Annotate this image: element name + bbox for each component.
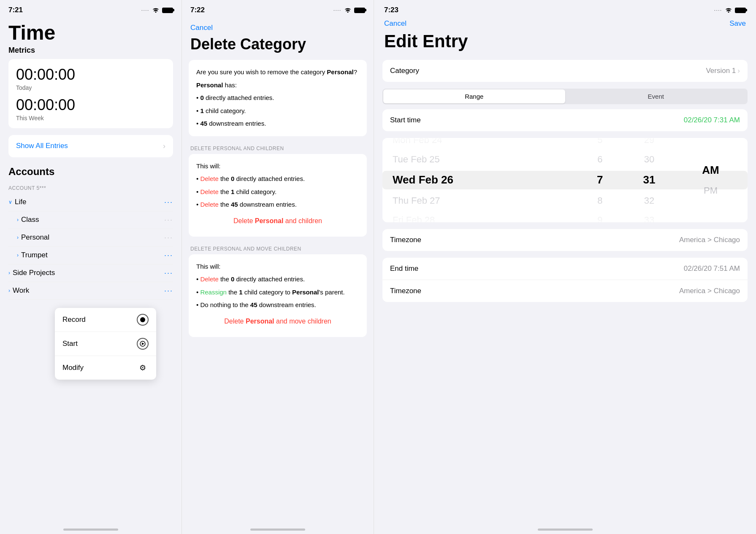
account-personal[interactable]: › Personal ··· xyxy=(8,229,173,247)
account-name-side: Side Projects xyxy=(13,269,164,277)
menu-modify-label: Modify xyxy=(62,364,84,372)
svg-point-0 xyxy=(140,317,145,322)
signal-icon-2: ···· xyxy=(333,8,341,13)
picker-ampm-1: PM xyxy=(674,181,748,200)
home-indicator-1 xyxy=(63,529,118,531)
account-name-work: Work xyxy=(13,286,164,295)
timezone2-row[interactable]: Timezone America > Chicago xyxy=(382,280,748,302)
confirmation-card: Are you sure you wish to remove the cate… xyxy=(189,60,367,136)
account-dots-trumpet[interactable]: ··· xyxy=(164,251,173,260)
segment-range[interactable]: Range xyxy=(383,89,565,103)
category-label: Category xyxy=(390,67,419,75)
account-work[interactable]: › Work ··· xyxy=(8,282,173,300)
expand-icon-work: › xyxy=(8,288,10,294)
end-time-card: End time 02/26/20 7:51 AM Timezone Ameri… xyxy=(382,258,748,302)
picker-ampm-0: AM xyxy=(674,159,748,181)
start-time-row[interactable]: Start time 02/26/20 7:31 AM xyxy=(382,109,748,131)
category-card: Category Version 1 › xyxy=(382,60,748,82)
status-bar-2: 7:22 ···· xyxy=(182,0,374,18)
has-entries-text: Personal has: xyxy=(196,81,359,90)
timezone-card: Timezone America > Chicago xyxy=(382,229,748,251)
timezone-value: America > Chicago xyxy=(679,236,740,244)
picker-min-4: 32 xyxy=(625,191,674,210)
expand-icon-trumpet: › xyxy=(17,252,19,258)
battery-icon-2 xyxy=(354,8,365,13)
picker-date-4: Thu Feb 27 xyxy=(391,191,575,210)
account-trumpet[interactable]: › Trumpet ··· xyxy=(8,247,173,264)
signal-icon-3: ···· xyxy=(714,8,722,13)
menu-start-label: Start xyxy=(62,340,78,348)
signal-icon: ···· xyxy=(141,8,149,13)
metrics-section-title: Metrics xyxy=(8,46,173,55)
account-name-life: Life xyxy=(15,198,164,206)
date-time-picker[interactable]: Sun Feb 23 Mon Feb 24 Tue Feb 25 Wed Feb… xyxy=(382,138,748,222)
menu-modify[interactable]: Modify ⚙ xyxy=(55,356,156,380)
picker-ampm-col: AM PM xyxy=(674,138,748,222)
move-children-card: This will: • Delete the 0 directly attac… xyxy=(189,254,367,337)
account-section-header: ACCOUNT 5*** xyxy=(8,182,173,194)
wifi-icon-3 xyxy=(725,7,732,14)
category-row[interactable]: Category Version 1 › xyxy=(382,60,748,82)
confirm-bold: Personal xyxy=(327,68,353,76)
nav-bar-2: Cancel xyxy=(182,18,374,35)
picker-date-2: Tue Feb 25 xyxy=(391,150,575,169)
edit-entry-title: Edit Entry xyxy=(374,31,756,51)
status-time-3: 7:23 xyxy=(384,6,398,14)
this-will-1: This will: xyxy=(196,162,359,171)
timezone-row[interactable]: Timezone America > Chicago xyxy=(382,229,748,251)
expand-icon-side: › xyxy=(8,270,10,276)
segment-event[interactable]: Event xyxy=(565,89,747,103)
account-dots-side[interactable]: ··· xyxy=(164,269,173,278)
picker-date-3: Wed Feb 26 xyxy=(391,169,575,191)
account-dots-work[interactable]: ··· xyxy=(164,286,173,295)
delete-children-button[interactable]: Delete Personal and children xyxy=(196,213,359,229)
picker-columns: Sun Feb 23 Mon Feb 24 Tue Feb 25 Wed Feb… xyxy=(382,138,748,222)
accounts-title: Accounts xyxy=(8,166,173,178)
status-icons-2: ···· xyxy=(333,7,365,14)
account-dots-personal[interactable]: ··· xyxy=(164,233,173,242)
menu-record[interactable]: Record xyxy=(55,308,156,332)
menu-start[interactable]: Start xyxy=(55,332,156,356)
account-side-projects[interactable]: › Side Projects ··· xyxy=(8,264,173,282)
account-class[interactable]: › Class ··· xyxy=(8,211,173,229)
account-dots-class[interactable]: ··· xyxy=(164,216,173,224)
picker-hour-5: 9 xyxy=(575,210,625,222)
gear-icon: ⚙ xyxy=(137,362,149,374)
home-indicator-3 xyxy=(538,529,593,531)
account-dots-life[interactable]: ··· xyxy=(164,198,173,207)
status-bar-3: 7:23 ···· xyxy=(374,0,756,18)
has-child: • 1 child category. xyxy=(196,106,359,116)
end-time-label: End time xyxy=(390,264,418,273)
range-event-segment[interactable]: Range Event xyxy=(382,89,748,104)
today-value: 00:00:00 xyxy=(16,66,165,84)
floating-menu: Record Start Modify ⚙ xyxy=(55,308,156,380)
cancel-button-2[interactable]: Cancel xyxy=(190,24,213,32)
timezone-label: Timezone xyxy=(390,236,421,244)
save-button-3[interactable]: Save xyxy=(729,19,746,28)
picker-date-5: Fri Feb 28 xyxy=(391,210,575,222)
delete-children-card: This will: • Delete the 0 directly attac… xyxy=(189,154,367,237)
account-name-personal: Personal xyxy=(21,233,164,242)
end-time-row[interactable]: End time 02/26/20 7:51 AM xyxy=(382,258,748,280)
account-name-trumpet: Trumpet xyxy=(21,251,164,259)
has-downstream: • 45 downstream entries. xyxy=(196,119,359,129)
today-label: Today xyxy=(16,84,165,91)
svg-marker-2 xyxy=(142,343,144,345)
category-value: Version 1 › xyxy=(706,67,740,75)
metrics-card: 00:00:00 Today 00:00:00 This Week xyxy=(8,59,173,128)
start-time-value: 02/26/20 7:31 AM xyxy=(684,116,740,124)
reassign-child: • Reassign the 1 child category to Perso… xyxy=(196,288,359,297)
picker-min-2: 30 xyxy=(625,150,674,169)
account-life[interactable]: ∨ Life ··· xyxy=(8,194,173,211)
show-entries-label: Show All Entries xyxy=(16,142,68,150)
cancel-button-3[interactable]: Cancel xyxy=(384,19,406,28)
delete-direct-2: • Delete the 0 directly attached entries… xyxy=(196,275,359,284)
status-time-1: 7:21 xyxy=(8,6,23,14)
start-time-card: Start time 02/26/20 7:31 AM xyxy=(382,109,748,131)
delete-move-button[interactable]: Delete Personal and move children xyxy=(196,313,359,329)
picker-min-5: 33 xyxy=(625,210,674,222)
panel-edit-entry: 7:23 ···· Cancel Save Edit Entry Categor… xyxy=(374,0,756,534)
status-bar-1: 7:21 ···· xyxy=(0,0,182,18)
show-entries-button[interactable]: Show All Entries › xyxy=(8,135,173,157)
status-icons-1: ···· xyxy=(141,7,173,14)
